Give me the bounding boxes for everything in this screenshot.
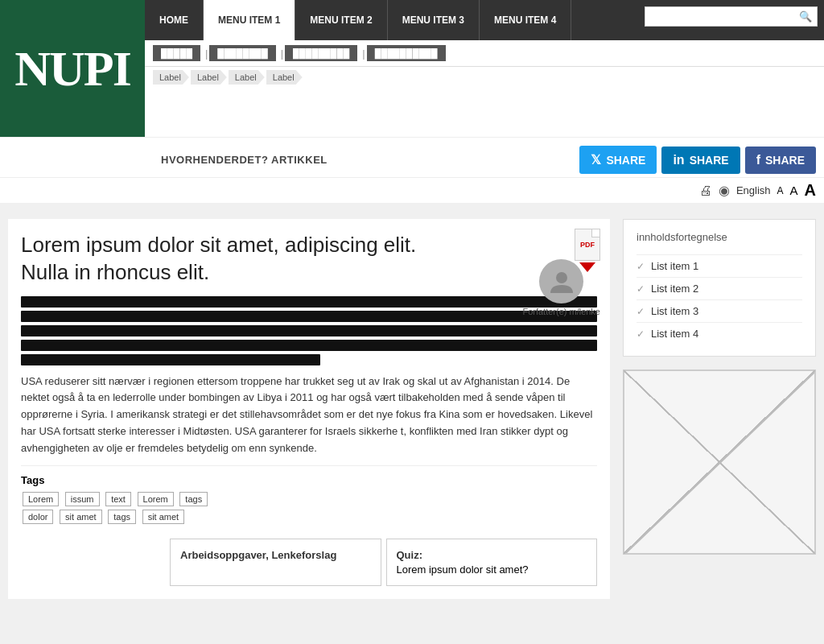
sub-nav-bar: █████ | ████████ | █████████ | █████████… [145, 40, 824, 67]
toc-item-label: List item 2 [651, 283, 698, 295]
sub-nav-btn-4[interactable]: ██████████ [367, 45, 446, 61]
divider-2: | [281, 47, 283, 60]
nav-item-1[interactable]: MENU ITEM 1 [204, 0, 295, 40]
print-icon[interactable]: 🖨 [699, 184, 712, 198]
author-area[interactable]: Forfatter(e) m/lenke [522, 259, 600, 316]
text-line [21, 340, 597, 351]
toc-check-icon: ✓ [637, 283, 645, 295]
nav-item-2[interactable]: MENU ITEM 2 [295, 0, 387, 40]
nav-item-4[interactable]: MENU ITEM 4 [480, 0, 571, 40]
tag-item[interactable]: sit amet [142, 510, 185, 524]
tag-item[interactable]: sit amet [60, 510, 102, 524]
tag-item[interactable]: issum [65, 492, 100, 506]
toc-item-4[interactable]: ✓ List item 4 [637, 322, 802, 345]
redacted-text-block [21, 296, 597, 365]
twitter-share-button[interactable]: 𝕏 SHARE [579, 146, 657, 174]
toc-item-2[interactable]: ✓ List item 2 [637, 277, 802, 299]
breadcrumb-1[interactable]: Label [153, 70, 189, 85]
toc-check-icon: ✓ [637, 306, 645, 317]
toc-item-label: List item 4 [651, 328, 698, 340]
bottom-card-2-title: Quiz: [397, 549, 587, 561]
sub-nav-btn-3[interactable]: █████████ [285, 45, 357, 61]
nav-item-3[interactable]: MENU ITEM 3 [388, 0, 480, 40]
site-logo[interactable]: NUPI [0, 0, 145, 137]
toc-item-1[interactable]: ✓ List item 1 [637, 254, 802, 277]
sidebar: innholdsfortegnelse ✓ List item 1 ✓ List… [623, 219, 816, 599]
svg-rect-1 [624, 370, 816, 555]
toc-box: innholdsfortegnelse ✓ List item 1 ✓ List… [623, 219, 816, 357]
linkedin-icon: in [673, 153, 684, 167]
bottom-card-1[interactable]: Arbeidsoppgaver, Lenkeforslag [170, 539, 381, 586]
toc-item-label: List item 3 [651, 305, 698, 317]
article-body: USA reduserer sitt nærvær i regionen ett… [21, 374, 597, 457]
placeholder-image-svg [624, 370, 816, 555]
toc-title: innholdsfortegnelse [637, 231, 802, 243]
tag-item[interactable]: text [105, 492, 131, 506]
author-avatar [539, 259, 583, 303]
text-line [21, 296, 597, 308]
article-title: Lorem ipsum dolor sit amet, adipiscing e… [21, 232, 439, 287]
divider-3: | [362, 47, 365, 60]
toc-check-icon: ✓ [637, 261, 645, 272]
english-language-link[interactable]: English [736, 184, 771, 196]
svg-point-0 [556, 272, 567, 283]
facebook-share-label: SHARE [765, 154, 805, 167]
logo-text: NUPI [14, 40, 130, 97]
article-category: HvorHenderDet? ARTIKKEL [161, 154, 328, 166]
linkedin-share-label: SHARE [690, 154, 729, 167]
bottom-card-1-title: Arbeidsoppgaver, Lenkeforslag [180, 549, 371, 561]
search-box: 🔍 [645, 6, 818, 27]
search-input[interactable] [650, 10, 799, 23]
breadcrumb-4[interactable]: Label [266, 70, 303, 85]
author-label: Forfatter(e) m/lenke [522, 307, 600, 316]
font-size-small[interactable]: A [777, 185, 784, 196]
text-line [21, 325, 597, 336]
rss-icon[interactable]: ◉ [719, 183, 730, 198]
tags-section: Tags Lorem issum text Lorem tags dolor s… [21, 465, 597, 530]
facebook-share-button[interactable]: f SHARE [745, 147, 816, 174]
social-share-bar: 𝕏 SHARE in SHARE f SHARE [579, 142, 816, 177]
tag-item[interactable]: Lorem [23, 492, 59, 506]
tag-item[interactable]: tags [179, 492, 208, 506]
sub-nav-btn-2[interactable]: ████████ [209, 45, 275, 61]
tags-list: Lorem issum text Lorem tags dolor sit am… [21, 490, 597, 526]
font-size-large[interactable]: A [805, 181, 816, 200]
breadcrumb-2[interactable]: Label [191, 70, 227, 85]
person-icon [549, 269, 575, 295]
text-line [21, 354, 320, 365]
toc-check-icon: ✓ [637, 328, 645, 340]
tag-item[interactable]: tags [108, 510, 136, 524]
nav-home[interactable]: HOME [145, 0, 204, 40]
search-icon[interactable]: 🔍 [799, 10, 812, 23]
bottom-card-2[interactable]: Quiz: Lorem ipsum dolor sit amet? [386, 539, 598, 586]
linkedin-share-button[interactable]: in SHARE [661, 147, 740, 174]
tags-label: Tags [21, 474, 597, 486]
sub-nav-btn-1[interactable]: █████ [153, 45, 200, 61]
twitter-icon: 𝕏 [591, 152, 601, 167]
bottom-cards: Arbeidsoppgaver, Lenkeforslag Quiz: Lore… [170, 539, 597, 586]
article-content: PDF Forfatter(e) m/lenke Lorem ipsum dol… [8, 219, 610, 599]
breadcrumb: Label Label Label Label [145, 67, 824, 88]
toc-item-label: List item 1 [651, 260, 698, 272]
svg-line-2 [624, 370, 816, 555]
facebook-icon: f [756, 153, 760, 167]
main-content: PDF Forfatter(e) m/lenke Lorem ipsum dol… [0, 203, 824, 615]
svg-line-3 [624, 370, 816, 555]
sidebar-image [623, 369, 816, 555]
divider-1: | [205, 47, 208, 60]
language-font-bar: 🖨 ◉ English A A A [0, 177, 824, 203]
tag-item[interactable]: dolor [23, 510, 53, 524]
twitter-share-label: SHARE [606, 154, 645, 167]
bottom-card-2-body: Lorem ipsum dolor sit amet? [397, 564, 587, 576]
tag-item[interactable]: Lorem [138, 492, 174, 506]
toc-item-3[interactable]: ✓ List item 3 [637, 299, 802, 322]
breadcrumb-3[interactable]: Label [229, 70, 265, 85]
text-line [21, 311, 597, 322]
font-size-medium[interactable]: A [790, 184, 798, 197]
